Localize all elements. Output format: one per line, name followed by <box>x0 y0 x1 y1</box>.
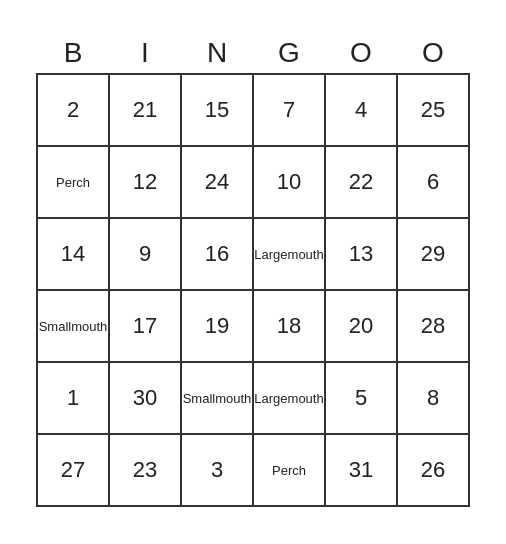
bingo-cell-5-2: 3 <box>182 435 254 507</box>
bingo-cell-4-4: 5 <box>326 363 398 435</box>
header-cell-O-5: O <box>397 37 469 69</box>
bingo-cell-2-1: 9 <box>110 219 182 291</box>
bingo-cell-5-5: 26 <box>398 435 470 507</box>
bingo-cell-4-3: Largemouth <box>254 363 326 435</box>
bingo-cell-1-3: 10 <box>254 147 326 219</box>
bingo-cell-3-4: 20 <box>326 291 398 363</box>
bingo-header: BINGOO <box>37 37 469 69</box>
bingo-cell-4-5: 8 <box>398 363 470 435</box>
bingo-cell-2-0: 14 <box>38 219 110 291</box>
bingo-row-1: Perch122410226 <box>38 147 470 219</box>
bingo-cell-0-3: 7 <box>254 75 326 147</box>
bingo-cell-3-5: 28 <box>398 291 470 363</box>
bingo-row-0: 221157425 <box>38 75 470 147</box>
header-cell-O-4: O <box>325 37 397 69</box>
bingo-cell-2-5: 29 <box>398 219 470 291</box>
bingo-row-5: 27233Perch3126 <box>38 435 470 507</box>
bingo-cell-4-0: 1 <box>38 363 110 435</box>
bingo-cell-1-2: 24 <box>182 147 254 219</box>
bingo-cell-5-0: 27 <box>38 435 110 507</box>
bingo-row-4: 130SmallmouthLargemouth58 <box>38 363 470 435</box>
bingo-cell-0-2: 15 <box>182 75 254 147</box>
bingo-cell-1-0: Perch <box>38 147 110 219</box>
bingo-cell-3-1: 17 <box>110 291 182 363</box>
bingo-cell-1-5: 6 <box>398 147 470 219</box>
header-cell-N-2: N <box>181 37 253 69</box>
bingo-cell-2-3: Largemouth <box>254 219 326 291</box>
bingo-cell-0-4: 4 <box>326 75 398 147</box>
bingo-row-2: 14916Largemouth1329 <box>38 219 470 291</box>
bingo-cell-2-2: 16 <box>182 219 254 291</box>
header-cell-I-1: I <box>109 37 181 69</box>
header-cell-G-3: G <box>253 37 325 69</box>
bingo-cell-5-1: 23 <box>110 435 182 507</box>
bingo-cell-3-3: 18 <box>254 291 326 363</box>
header-cell-B-0: B <box>37 37 109 69</box>
bingo-cell-0-1: 21 <box>110 75 182 147</box>
bingo-cell-0-0: 2 <box>38 75 110 147</box>
bingo-cell-5-4: 31 <box>326 435 398 507</box>
bingo-cell-2-4: 13 <box>326 219 398 291</box>
bingo-row-3: Smallmouth1719182028 <box>38 291 470 363</box>
bingo-cell-4-2: Smallmouth <box>182 363 254 435</box>
bingo-cell-3-0: Smallmouth <box>38 291 110 363</box>
bingo-cell-1-4: 22 <box>326 147 398 219</box>
bingo-cell-0-5: 25 <box>398 75 470 147</box>
bingo-cell-5-3: Perch <box>254 435 326 507</box>
bingo-cell-1-1: 12 <box>110 147 182 219</box>
bingo-grid: 221157425Perch12241022614916Largemouth13… <box>36 73 470 507</box>
bingo-cell-4-1: 30 <box>110 363 182 435</box>
bingo-card: BINGOO 221157425Perch12241022614916Large… <box>36 37 470 507</box>
bingo-cell-3-2: 19 <box>182 291 254 363</box>
